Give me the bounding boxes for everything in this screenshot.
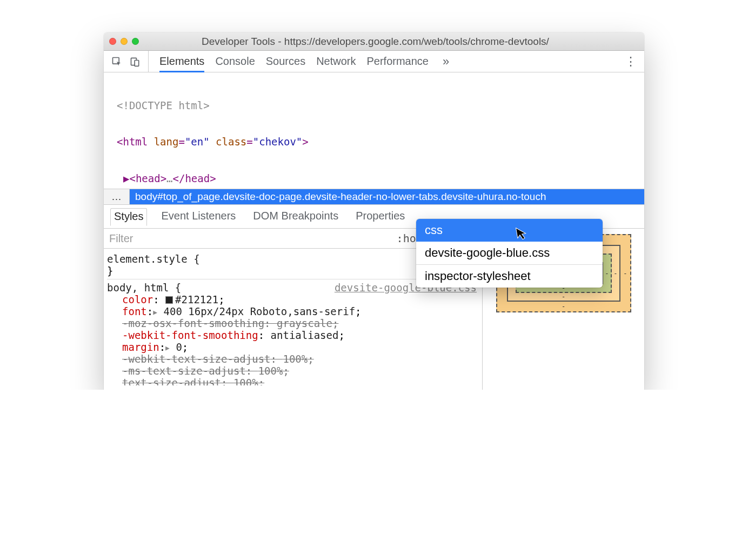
styles-filter-input[interactable]: Filter	[104, 229, 391, 248]
close-window-button[interactable]	[109, 38, 116, 45]
tab-console[interactable]: Console	[215, 55, 255, 68]
toolbar-left-group	[111, 51, 149, 72]
prop-font[interactable]: font:▶ 400 16px/24px Roboto,sans-serif;	[107, 305, 482, 317]
dom-html-open[interactable]: <html lang="en" class="chekov">	[104, 135, 644, 148]
color-swatch-icon[interactable]	[165, 296, 173, 304]
popup-item-css[interactable]: css	[416, 219, 603, 242]
main-toolbar: Elements Console Sources Network Perform…	[104, 51, 644, 72]
subtab-event-listeners[interactable]: Event Listeners	[158, 208, 239, 225]
prop-webkit-smoothing[interactable]: -webkit-font-smoothing: antialiased;	[107, 329, 482, 341]
zoom-window-button[interactable]	[132, 38, 139, 45]
dom-head[interactable]: ▶<head>…</head>	[104, 172, 644, 185]
inspect-element-icon[interactable]	[111, 56, 122, 67]
titlebar: Developer Tools - https://developers.goo…	[104, 32, 644, 51]
prop-color[interactable]: color: #212121;	[107, 294, 482, 305]
svg-rect-2	[135, 60, 138, 66]
popup-item-devsite-blue[interactable]: devsite-google-blue.css	[416, 242, 603, 264]
tabs-overflow-button[interactable]: »	[443, 55, 449, 69]
devtools-window: Developer Tools - https://developers.goo…	[104, 32, 644, 390]
styles-area: Filter :hov .cls + element.style { } dev…	[104, 229, 644, 390]
minimize-window-button[interactable]	[121, 38, 128, 45]
breadcrumb-ellipsis[interactable]: …	[104, 189, 130, 204]
prop-margin[interactable]: margin:▶ 0;	[107, 341, 482, 353]
popup-item-inspector-stylesheet[interactable]: inspector-stylesheet	[416, 265, 603, 288]
prop-webkit-text-adjust[interactable]: -webkit-text-size-adjust: 100%;	[107, 353, 482, 365]
window-title: Developer Tools - https://developers.goo…	[139, 36, 639, 48]
tab-performance[interactable]: Performance	[367, 55, 429, 68]
device-toggle-icon[interactable]	[130, 56, 141, 67]
prop-ms-text-adjust[interactable]: -ms-text-size-adjust: 100%;	[107, 365, 482, 377]
traffic-lights	[109, 38, 139, 45]
tab-network[interactable]: Network	[316, 55, 356, 68]
stylesheet-picker-popup: css devsite-google-blue.css inspector-st…	[416, 219, 603, 288]
subtab-styles[interactable]: Styles	[110, 208, 147, 226]
prop-moz-smoothing[interactable]: -moz-osx-font-smoothing: grayscale;	[107, 317, 482, 329]
subtab-properties[interactable]: Properties	[352, 208, 408, 225]
tab-sources[interactable]: Sources	[266, 55, 305, 68]
dom-doctype[interactable]: <!DOCTYPE html>	[104, 99, 644, 111]
breadcrumb-bar: … body#top_of_page.devsite-doc-page.devs…	[104, 189, 644, 205]
subtab-dom-breakpoints[interactable]: DOM Breakpoints	[250, 208, 342, 225]
tab-elements[interactable]: Elements	[159, 55, 204, 68]
dom-tree[interactable]: <!DOCTYPE html> <html lang="en" class="c…	[104, 72, 644, 189]
prop-text-adjust[interactable]: text-size-adjust: 100%;	[107, 377, 482, 385]
rule-body-html[interactable]: devsite-google-blue.css body, html { col…	[107, 279, 482, 388]
kebab-menu-icon[interactable]: ⋮	[625, 56, 637, 68]
breadcrumb-selected[interactable]: body#top_of_page.devsite-doc-page.devsit…	[130, 189, 644, 204]
